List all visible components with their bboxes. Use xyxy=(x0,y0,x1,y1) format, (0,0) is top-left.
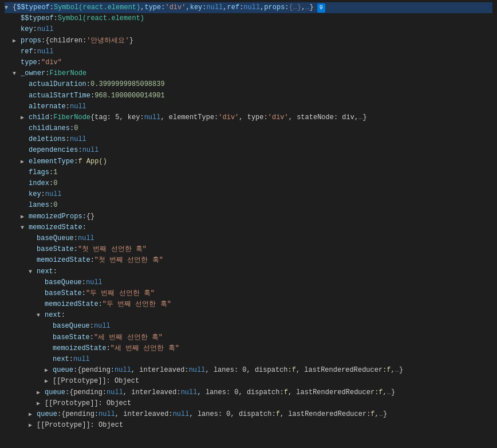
token-key: props xyxy=(264,2,285,13)
token-null: null xyxy=(82,145,99,156)
arrow-icon[interactable]: ▶ xyxy=(37,388,42,398)
arrow-icon[interactable]: ▶ xyxy=(21,213,26,222)
tree-row-row-elementType[interactable]: ▶elementType: f App() xyxy=(5,156,492,167)
token-key: type xyxy=(21,57,37,68)
tree-row-row-memoizedState3[interactable]: memoizedState: "두 번째 선언한 훅" xyxy=(5,299,492,310)
token-punc: : xyxy=(74,233,78,244)
tree-row-row-lanes[interactable]: lanes: 0 xyxy=(5,200,492,211)
token-punc: : xyxy=(37,57,41,68)
token-punc: : xyxy=(45,68,49,79)
token-string: "두 번째 선언한 훅" xyxy=(102,299,171,310)
arrow-icon[interactable]: ▶ xyxy=(29,421,34,430)
tree-row-row-next[interactable]: ▼next: xyxy=(5,266,492,277)
token-punc: , xyxy=(383,387,387,398)
token-key: memoizedState xyxy=(37,255,90,266)
tree-row-row-baseState2[interactable]: baseState: "두 번째 선언한 훅" xyxy=(5,288,492,299)
arrow-icon[interactable]: ▼ xyxy=(5,3,10,13)
token-null: null xyxy=(243,2,260,13)
tree-row-row-memoizedState4[interactable]: memoizedState: "세 번째 선언한 훅" xyxy=(5,343,492,354)
tree-row-row-type[interactable]: type: "div" xyxy=(5,57,492,68)
tree-row-row-next2[interactable]: ▼next: xyxy=(5,310,492,321)
tree-row-row-memoizedState[interactable]: ▼memoizedState: xyxy=(5,222,492,233)
arrow-icon[interactable]: ▶ xyxy=(45,366,50,375)
token-punc: : xyxy=(49,200,53,211)
tree-row-row-deletions[interactable]: deletions: null xyxy=(5,134,492,145)
tree-row-row-proto3[interactable]: ▶[[Prototype]]: Object xyxy=(5,420,492,431)
arrow-icon[interactable]: ▶ xyxy=(13,37,18,46)
tree-row-row-childLanes[interactable]: childLanes: 0 xyxy=(5,123,492,134)
tree-row-row-baseQueue[interactable]: baseQueue: null xyxy=(5,233,492,244)
token-key: key xyxy=(21,24,33,35)
tree-row-row-child[interactable]: ▶child: FiberNode {tag: 5, key: null, el… xyxy=(5,112,492,123)
token-punc: , lanes: 0, dispatch: xyxy=(189,409,275,420)
token-string: 'div' xyxy=(218,112,239,123)
arrow-icon[interactable]: ▼ xyxy=(29,268,34,277)
tree-row-row-baseQueue3[interactable]: baseQueue: null xyxy=(5,321,492,332)
arrow-icon[interactable]: ▶ xyxy=(29,410,34,419)
tree-row-row-baseState[interactable]: baseState: "첫 번째 선언한 훅" xyxy=(5,244,492,255)
token-key: queue xyxy=(53,365,73,376)
tree-row-row-actualStartTime[interactable]: actualStartTime: 968.1000000014901 xyxy=(5,91,492,101)
token-punc: : xyxy=(73,365,77,376)
token-punc: : xyxy=(61,310,65,321)
tree-row-row-props[interactable]: ▶props: {children: '안녕하세요'} xyxy=(5,36,492,46)
token-punc: , lastRenderedReducer: xyxy=(288,387,378,398)
arrow-icon[interactable]: ▼ xyxy=(13,69,18,78)
tree-row-row-owner[interactable]: ▼_owner: FiberNode xyxy=(5,68,492,79)
token-punc: , xyxy=(375,409,379,420)
token-punc: {} xyxy=(86,211,94,222)
token-punc: } xyxy=(129,36,133,46)
tree-row-row-baseState3[interactable]: baseState: "세 번째 선언한 훅" xyxy=(5,332,492,343)
token-key: child xyxy=(29,112,49,123)
token-type: Symbol(react.element) xyxy=(58,13,144,24)
token-string: "세 번째 선언한 훅" xyxy=(94,332,163,343)
arrow-icon[interactable]: ▶ xyxy=(37,399,42,408)
tree-row-row-queue2[interactable]: ▶queue: {pending: null, interleaved: nul… xyxy=(5,387,492,398)
token-key: queue xyxy=(45,387,65,398)
arrow-icon[interactable]: ▶ xyxy=(45,377,50,386)
tree-row-row-alternate[interactable]: alternate: null xyxy=(5,101,492,112)
token-null: null xyxy=(98,409,115,420)
token-punc: : xyxy=(74,244,78,255)
token-key: memoizedState xyxy=(29,222,82,233)
tree-row-row-queue1[interactable]: ▶queue: {pending: null, interleaved: nul… xyxy=(5,365,492,376)
token-number: 0 xyxy=(53,178,57,189)
token-func: f App() xyxy=(78,156,107,167)
tree-row-row-index[interactable]: index: 0 xyxy=(5,178,492,189)
arrow-icon[interactable]: ▶ xyxy=(21,158,26,167)
token-punc: : xyxy=(285,2,289,13)
tree-row-row-root[interactable]: ▼{$$typeof: Symbol(react.element), type:… xyxy=(5,2,492,13)
token-punc: : xyxy=(49,112,53,123)
tree-row-row-memoizedProps[interactable]: ▶memoizedProps: {} xyxy=(5,211,492,222)
arrow-icon[interactable]: ▼ xyxy=(37,311,42,320)
arrow-icon[interactable]: ▶ xyxy=(21,113,26,123)
token-key: baseState xyxy=(53,332,90,343)
token-punc: : xyxy=(82,277,86,288)
token-punc: , xyxy=(301,2,305,13)
token-func: f xyxy=(292,365,296,376)
tree-row-row-flags[interactable]: flags: 1 xyxy=(5,167,492,178)
tree-row-row-typeof[interactable]: $$typeof: Symbol(react.element) xyxy=(5,13,492,24)
tree-container: ▼{$$typeof: Symbol(react.element), type:… xyxy=(0,0,497,433)
tree-row-row-baseQueue2[interactable]: baseQueue: null xyxy=(5,277,492,288)
tree-row-row-dependencies[interactable]: dependencies: null xyxy=(5,145,492,156)
tree-row-row-key2[interactable]: key: null xyxy=(5,189,492,200)
tree-row-row-queue3[interactable]: ▶queue: {pending: null, interleaved: nul… xyxy=(5,409,492,420)
token-punc: : xyxy=(69,354,73,365)
token-punc: , xyxy=(140,2,144,13)
token-key: props xyxy=(21,36,41,46)
tree-row-row-memoizedState2[interactable]: memoizedState: "첫 번째 선언한 훅" xyxy=(5,255,492,266)
token-punc: , type: xyxy=(239,112,267,123)
tree-row-row-proto1[interactable]: ▶[[Prototype]]: Object xyxy=(5,376,492,387)
tree-row-row-next3[interactable]: next: null xyxy=(5,354,492,365)
tree-row-row-ref[interactable]: ref: null xyxy=(5,46,492,57)
token-key: _owner xyxy=(21,68,45,79)
token-punc: : xyxy=(161,2,165,13)
arrow-icon[interactable]: ▼ xyxy=(21,223,26,233)
tree-row-row-actualDuration[interactable]: actualDuration: 0.3999999985098839 xyxy=(5,79,492,90)
tree-row-row-key[interactable]: key: null xyxy=(5,24,492,35)
token-key: ref xyxy=(21,46,33,57)
token-key: baseQueue xyxy=(37,233,74,244)
token-punc: : xyxy=(86,79,90,90)
tree-row-row-proto2[interactable]: ▶[[Prototype]]: Object xyxy=(5,398,492,409)
